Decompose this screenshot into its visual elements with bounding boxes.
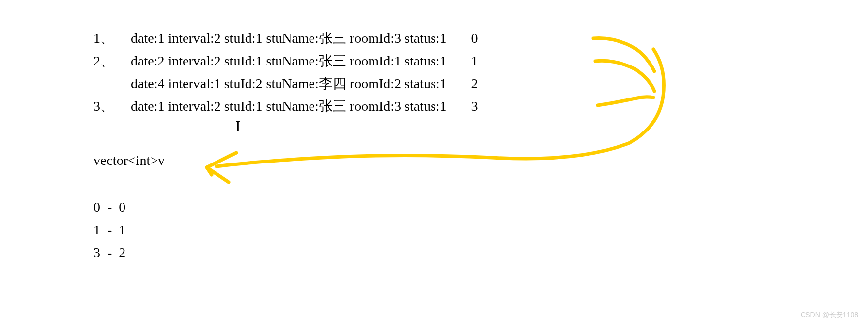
watermark: CSDN @长安1108 [801,311,858,320]
row-prefix: 2、 [93,50,131,72]
row-content: date:2 interval:2 stuId:1 stuName:张三 roo… [131,50,447,72]
row-index: 1 [471,50,478,72]
data-row: 2、date:2 interval:2 stuId:1 stuName:张三 r… [93,50,478,72]
data-row: 3、date:1 interval:2 stuId:1 stuName:张三 r… [93,95,478,118]
data-row: 1、date:1 interval:2 stuId:1 stuName:张三 r… [93,27,478,50]
row-prefix: 3、 [93,95,131,118]
vector-declaration: vector<int>v [93,153,165,168]
mapping-row: 3 - 2 [93,241,125,264]
row-index: 0 [471,27,478,50]
mapping-row: 0 - 0 [93,196,125,219]
row-index: 3 [471,95,478,118]
row-index: 2 [471,72,478,95]
data-rows: 1、date:1 interval:2 stuId:1 stuName:张三 r… [93,27,478,118]
row-content: date:1 interval:2 stuId:1 stuName:张三 roo… [131,27,447,50]
mapping-row: 1 - 1 [93,219,125,241]
mapping-list: 0 - 01 - 13 - 2 [93,196,125,264]
row-content: date:4 interval:1 stuId:2 stuName:李四 roo… [131,72,447,95]
data-row: date:4 interval:1 stuId:2 stuName:李四 roo… [93,72,478,95]
row-prefix: 1、 [93,27,131,50]
text-caret-icon: I [235,117,241,135]
row-content: date:1 interval:2 stuId:1 stuName:张三 roo… [131,95,447,118]
